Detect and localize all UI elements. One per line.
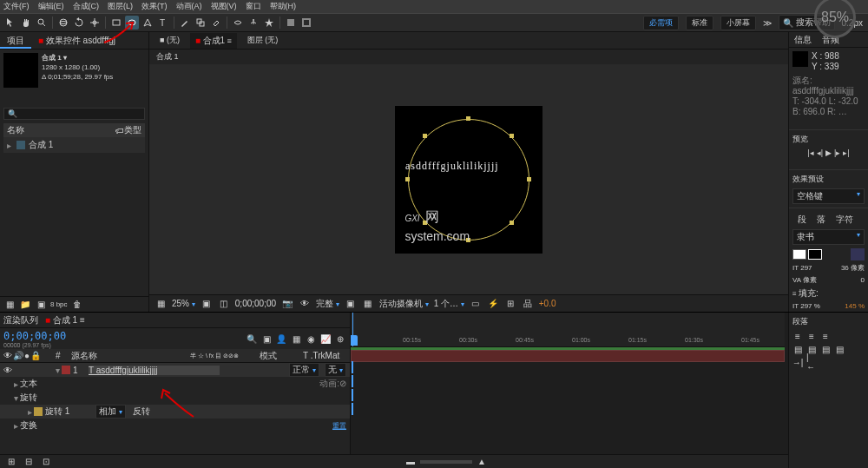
rotate-tool-icon[interactable] xyxy=(72,16,86,30)
trkmat-dropdown[interactable]: 无▾ xyxy=(325,363,346,377)
playhead[interactable] xyxy=(352,313,353,346)
fill-color-icon[interactable] xyxy=(284,16,298,30)
menu-file[interactable]: 文件(F) xyxy=(3,1,30,12)
handle-icon[interactable] xyxy=(466,116,470,121)
comp-viewport[interactable]: asddfffgjuklilikjjjj GXI网system.com xyxy=(149,64,788,294)
handle-icon[interactable] xyxy=(466,238,470,242)
timeline-icon[interactable]: ⊞ xyxy=(504,298,516,310)
menu-anim[interactable]: 动画(A) xyxy=(176,1,202,12)
brush-tool-icon[interactable] xyxy=(178,16,192,30)
comp-mini-icon[interactable]: ▣ xyxy=(260,333,273,345)
layer-color-icon[interactable] xyxy=(34,407,43,416)
hdr-source-name[interactable]: 源名称 xyxy=(71,350,190,362)
motion-blur-icon[interactable]: ◉ xyxy=(305,333,317,345)
play-icon[interactable]: ▶ xyxy=(825,148,832,157)
project-item-comp[interactable]: ▸合成 1 xyxy=(3,137,145,153)
project-search-input[interactable]: 🔍 xyxy=(3,108,145,120)
handle-icon[interactable] xyxy=(405,177,410,181)
reset-link[interactable]: 重置 xyxy=(332,421,346,431)
text-layer[interactable]: asddfffgjuklilikjjjj xyxy=(405,160,499,173)
time-display[interactable]: 0;00;00;00 xyxy=(235,299,276,308)
lock-column-icon[interactable]: 🔒 xyxy=(30,351,41,360)
tab-timeline-comp[interactable]: ■ 合成 1 ≡ xyxy=(45,314,85,326)
font-dropdown[interactable]: 隶书▾ xyxy=(792,229,865,245)
zoom-slider[interactable] xyxy=(420,460,472,464)
justify-right-icon[interactable]: ▤ xyxy=(820,344,831,354)
snapshot-icon[interactable]: 📷 xyxy=(281,298,293,310)
roi-icon[interactable]: ▣ xyxy=(345,298,357,310)
menu-effect[interactable]: 效果(T) xyxy=(141,1,168,12)
tab-none-comp[interactable]: ■ (无) xyxy=(155,33,185,48)
font-size-value[interactable]: 36 像素 xyxy=(841,263,865,273)
indent-left-icon[interactable]: →| xyxy=(792,357,803,367)
handle-icon[interactable] xyxy=(510,134,514,138)
tab-paragraph2[interactable]: 落 xyxy=(812,212,831,227)
shortcut-dropdown[interactable]: 空格键▾ xyxy=(792,188,865,204)
interpret-icon[interactable]: ▦ xyxy=(3,299,16,311)
eye-column-icon[interactable]: 👁 xyxy=(3,351,12,360)
fill-color-swatch[interactable] xyxy=(792,249,806,260)
channel-icon[interactable]: 👁 xyxy=(299,298,311,310)
frame-blend-icon[interactable]: ▦ xyxy=(290,333,302,345)
alpha-icon[interactable]: ▦ xyxy=(155,298,167,310)
comp-breadcrumb[interactable]: 合成 1 xyxy=(149,49,788,64)
hscale-value[interactable]: 145 % xyxy=(845,302,865,310)
safezone-icon[interactable]: ▣ xyxy=(201,298,213,310)
first-frame-icon[interactable]: |◂ xyxy=(807,148,813,157)
property-transform[interactable]: ▸变换重置 xyxy=(0,419,350,432)
zoom-out-icon[interactable]: ▬ xyxy=(404,456,417,468)
new-comp-icon[interactable]: ▣ xyxy=(35,299,47,311)
rotation-mode-dropdown[interactable]: 相加▾ xyxy=(95,405,126,419)
menu-help[interactable]: 帮助(H) xyxy=(270,1,297,12)
star-tool-icon[interactable] xyxy=(262,16,276,30)
zoom-dropdown[interactable]: 25% ▾ xyxy=(172,299,195,308)
layer-row-1[interactable]: 👁 ▾ 1 T asddfffgjuklilikjjjj 正常▾ 无▾ xyxy=(0,363,350,377)
audio-column-icon[interactable]: 🔊 xyxy=(13,351,23,360)
current-time[interactable]: 0;00;00;00 xyxy=(3,330,66,342)
search-layers-icon[interactable]: 🔍 xyxy=(246,333,258,345)
handle-icon[interactable] xyxy=(423,134,427,138)
new-folder-icon[interactable]: 📁 xyxy=(19,299,31,311)
indent-right-icon[interactable]: |← xyxy=(806,357,817,367)
clone-tool-icon[interactable] xyxy=(194,16,207,30)
anchor-tool-icon[interactable] xyxy=(88,16,102,30)
workspace-small[interactable]: 小屏幕 xyxy=(720,16,756,30)
justify-left-icon[interactable]: ▤ xyxy=(792,344,803,354)
tab-render-queue[interactable]: 渲染队列 xyxy=(3,314,38,326)
puppet-tool-icon[interactable] xyxy=(247,16,260,30)
flowchart-icon[interactable]: 品 xyxy=(522,298,534,310)
menu-view[interactable]: 视图(V) xyxy=(211,1,237,12)
tab-project[interactable]: 项目 xyxy=(0,32,31,49)
kerning-value[interactable]: 0 xyxy=(861,276,865,284)
shy-icon[interactable]: 👤 xyxy=(275,333,287,345)
fast-preview-icon[interactable]: ⚡ xyxy=(487,298,499,310)
views-dropdown[interactable]: 1 个… ▾ xyxy=(434,298,464,310)
align-center-icon[interactable]: ≡ xyxy=(806,331,817,341)
toggle-parent-icon[interactable]: ⊡ xyxy=(40,456,52,468)
col-tag-icon[interactable]: 🏷 xyxy=(115,126,124,135)
tab-effect-controls[interactable]: ■ 效果控件 asddfffgj xyxy=(31,32,122,49)
workspace-standard[interactable]: 标准 xyxy=(686,16,713,30)
bpc-label[interactable]: 8 bpc xyxy=(50,300,68,308)
trash-icon[interactable]: 🗑 xyxy=(71,299,83,311)
timeline-ruler[interactable]: 00:15s 00:30s 00:45s 01:00s 01:15s 01:30… xyxy=(351,313,785,347)
handle-icon[interactable] xyxy=(527,177,531,181)
justify-all-icon[interactable]: ▤ xyxy=(834,344,845,354)
eraser-tool-icon[interactable] xyxy=(209,16,223,30)
tab-info[interactable]: 信息 xyxy=(789,32,817,47)
text-tool-icon[interactable]: T xyxy=(156,16,170,30)
orbit-tool-icon[interactable] xyxy=(56,16,70,30)
prev-frame-icon[interactable]: ◂| xyxy=(817,148,823,157)
stroke-color-swatch[interactable] xyxy=(808,249,822,260)
menu-layer[interactable]: 图层(L) xyxy=(108,1,133,12)
eyedropper-icon[interactable] xyxy=(851,248,865,260)
handle-icon[interactable] xyxy=(423,221,427,225)
property-rotators[interactable]: ▾旋转 xyxy=(0,391,350,405)
roto-tool-icon[interactable] xyxy=(231,16,245,30)
stroke-color-icon[interactable] xyxy=(299,16,313,30)
graph-editor-icon[interactable]: 📈 xyxy=(319,333,332,345)
tab-layer-none[interactable]: 图层 (无) xyxy=(242,33,284,48)
zoom-in-icon[interactable]: ▲ xyxy=(476,456,488,468)
menu-comp[interactable]: 合成(C) xyxy=(73,1,100,12)
menu-edit[interactable]: 编辑(E) xyxy=(38,1,64,12)
